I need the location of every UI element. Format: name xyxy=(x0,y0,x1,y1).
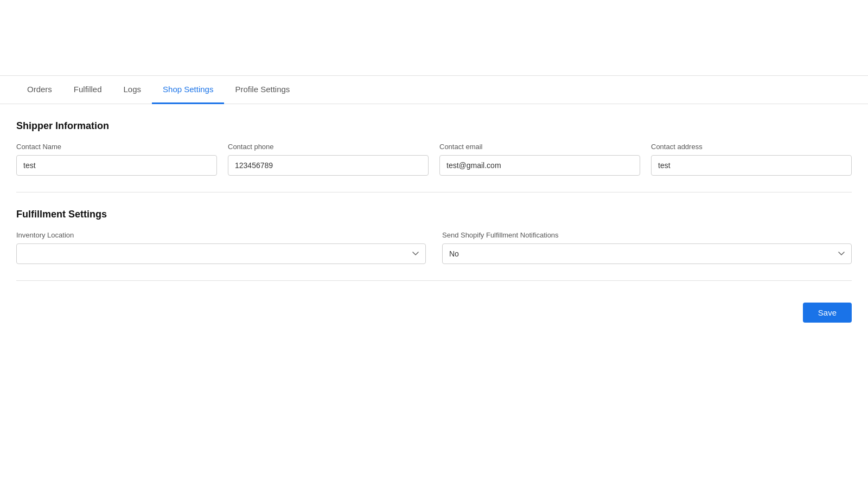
inventory-location-group: Inventory Location xyxy=(16,231,426,264)
tab-fulfilled[interactable]: Fulfilled xyxy=(63,76,113,104)
tab-logs[interactable]: Logs xyxy=(113,76,152,104)
contact-email-label: Contact email xyxy=(439,143,640,151)
notifications-label: Send Shopify Fulfillment Notifications xyxy=(442,231,852,239)
contact-phone-group: Contact phone xyxy=(228,143,429,176)
save-row: Save xyxy=(16,297,852,328)
contact-name-label: Contact Name xyxy=(16,143,217,151)
contact-email-input[interactable] xyxy=(439,155,640,176)
inventory-location-label: Inventory Location xyxy=(16,231,426,239)
save-button[interactable]: Save xyxy=(803,303,852,323)
contact-address-input[interactable] xyxy=(651,155,852,176)
notifications-group: Send Shopify Fulfillment Notifications N… xyxy=(442,231,852,264)
notifications-select[interactable]: No Yes xyxy=(442,243,852,264)
inventory-location-wrapper xyxy=(16,243,426,264)
contact-name-input[interactable] xyxy=(16,155,217,176)
fulfillment-fields-row: Inventory Location Send Shopify Fulfillm… xyxy=(16,231,852,264)
contact-address-group: Contact address xyxy=(651,143,852,176)
notifications-wrapper: No Yes xyxy=(442,243,852,264)
section-divider-1 xyxy=(16,192,852,192)
shipper-section: Shipper Information Contact Name Contact… xyxy=(16,120,852,176)
shipper-section-title: Shipper Information xyxy=(16,120,852,132)
top-bar xyxy=(0,0,868,76)
fulfillment-section-title: Fulfillment Settings xyxy=(16,209,852,220)
main-content: Shipper Information Contact Name Contact… xyxy=(0,104,868,344)
inventory-location-select[interactable] xyxy=(16,243,426,264)
contact-email-group: Contact email xyxy=(439,143,640,176)
tabs-navigation: Orders Fulfilled Logs Shop Settings Prof… xyxy=(0,76,868,104)
fulfillment-section: Fulfillment Settings Inventory Location … xyxy=(16,209,852,264)
shipper-fields-row: Contact Name Contact phone Contact email… xyxy=(16,143,852,176)
tab-shop-settings[interactable]: Shop Settings xyxy=(152,76,224,104)
section-divider-2 xyxy=(16,280,852,281)
contact-phone-input[interactable] xyxy=(228,155,429,176)
tab-profile-settings[interactable]: Profile Settings xyxy=(224,76,301,104)
contact-phone-label: Contact phone xyxy=(228,143,429,151)
tab-orders[interactable]: Orders xyxy=(16,76,63,104)
contact-name-group: Contact Name xyxy=(16,143,217,176)
contact-address-label: Contact address xyxy=(651,143,852,151)
